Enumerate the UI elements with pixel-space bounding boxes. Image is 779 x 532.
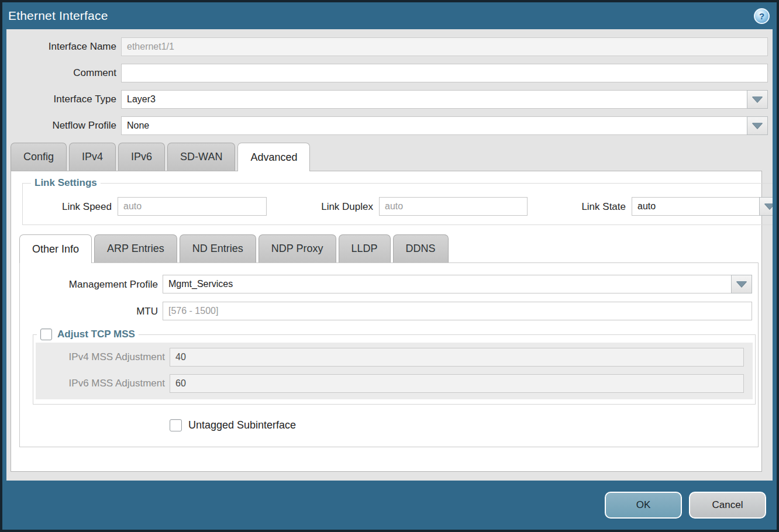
interface-name-row: Interface Name — [6, 37, 773, 56]
comment-input[interactable] — [121, 64, 768, 82]
link-state-label: Link State — [564, 201, 632, 213]
mss-disabled-panel: IPv4 MSS Adjustment IPv6 MSS Adjustment — [36, 343, 753, 399]
netflow-profile-row: Netflow Profile None — [6, 116, 773, 135]
dialog-content: Interface Name Comment Interface Type La… — [6, 29, 773, 481]
interface-name-label: Interface Name — [6, 41, 121, 53]
help-icon[interactable]: ? — [754, 8, 770, 24]
tab-ndp-proxy[interactable]: NDP Proxy — [258, 234, 336, 262]
ipv6-mss-label: IPv6 MSS Adjustment — [36, 378, 170, 389]
tab-other-info[interactable]: Other Info — [19, 234, 92, 263]
tab-ipv4[interactable]: IPv4 — [69, 143, 116, 171]
interface-type-label: Interface Type — [6, 94, 121, 105]
tab-ddns[interactable]: DDNS — [393, 234, 449, 262]
dialog-footer: OK Cancel — [2, 481, 777, 530]
ipv4-mss-input — [170, 348, 744, 367]
adjust-tcp-mss-legend: Adjust TCP MSS — [57, 329, 135, 340]
link-speed-input[interactable] — [118, 197, 267, 216]
ipv4-mss-row: IPv4 MSS Adjustment — [36, 347, 744, 367]
management-profile-dropdown-button[interactable] — [731, 275, 752, 293]
interface-type-row: Interface Type Layer3 — [6, 90, 773, 109]
mtu-label: MTU — [20, 306, 163, 317]
netflow-profile-label: Netflow Profile — [6, 120, 121, 132]
comment-label: Comment — [6, 67, 121, 79]
tab-arp-entries[interactable]: ARP Entries — [94, 234, 177, 262]
comment-row: Comment — [6, 64, 773, 82]
adjust-tcp-mss-checkbox[interactable] — [40, 329, 52, 340]
untagged-subinterface-label: Untagged Subinterface — [188, 419, 296, 431]
interface-name-input — [121, 37, 768, 56]
ipv6-mss-row: IPv6 MSS Adjustment — [36, 374, 744, 393]
chevron-down-icon — [736, 281, 747, 287]
tab-nd-entries[interactable]: ND Entries — [180, 234, 256, 262]
link-speed-label: Link Speed — [30, 201, 118, 213]
sub-tab-bar: Other Info ARP Entries ND Entries NDP Pr… — [19, 234, 761, 262]
link-duplex-input[interactable] — [379, 197, 528, 216]
netflow-profile-select[interactable]: None — [121, 116, 747, 135]
untagged-subinterface-checkbox[interactable] — [170, 419, 182, 431]
untagged-subinterface-row: Untagged Subinterface — [170, 419, 758, 431]
dialog-title: Ethernet Interface — [8, 9, 754, 23]
chevron-down-icon — [752, 123, 763, 129]
tab-sdwan[interactable]: SD-WAN — [167, 143, 235, 171]
interface-type-select[interactable]: Layer3 — [121, 90, 747, 109]
tab-ipv6[interactable]: IPv6 — [118, 143, 165, 171]
mtu-input[interactable] — [163, 302, 752, 320]
link-state-dropdown-button[interactable] — [759, 197, 773, 216]
ok-button[interactable]: OK — [605, 492, 682, 519]
adjust-tcp-mss-fieldset: Adjust TCP MSS IPv4 MSS Adjustment IPv6 … — [33, 329, 756, 405]
management-profile-select[interactable]: Mgmt_Services — [163, 275, 731, 293]
advanced-tab-panel: Link Settings Link Speed Link Duplex Lin… — [11, 171, 762, 472]
netflow-profile-dropdown-button[interactable] — [747, 116, 768, 135]
main-tab-bar: Config IPv4 IPv6 SD-WAN Advanced — [6, 143, 773, 171]
tab-config[interactable]: Config — [11, 143, 67, 171]
ipv4-mss-label: IPv4 MSS Adjustment — [36, 351, 170, 363]
interface-type-dropdown-button[interactable] — [747, 90, 768, 109]
management-profile-row: Management Profile Mgmt_Services — [20, 275, 758, 294]
ipv6-mss-input — [170, 374, 744, 393]
tab-advanced[interactable]: Advanced — [237, 143, 310, 171]
chevron-down-icon — [764, 203, 773, 209]
ethernet-interface-dialog: Ethernet Interface ? Interface Name Comm… — [0, 0, 779, 532]
link-duplex-label: Link Duplex — [294, 201, 379, 213]
chevron-down-icon — [752, 96, 763, 102]
link-settings-legend: Link Settings — [31, 177, 101, 189]
other-info-panel: Management Profile Mgmt_Services MTU — [19, 262, 759, 447]
management-profile-label: Management Profile — [20, 279, 163, 291]
link-settings-fieldset: Link Settings Link Speed Link Duplex Lin… — [22, 177, 773, 225]
tab-lldp[interactable]: LLDP — [339, 234, 391, 262]
titlebar: Ethernet Interface ? — [2, 2, 777, 29]
cancel-button[interactable]: Cancel — [689, 492, 766, 519]
link-state-select[interactable]: auto — [632, 197, 759, 216]
mtu-row: MTU — [20, 302, 758, 321]
